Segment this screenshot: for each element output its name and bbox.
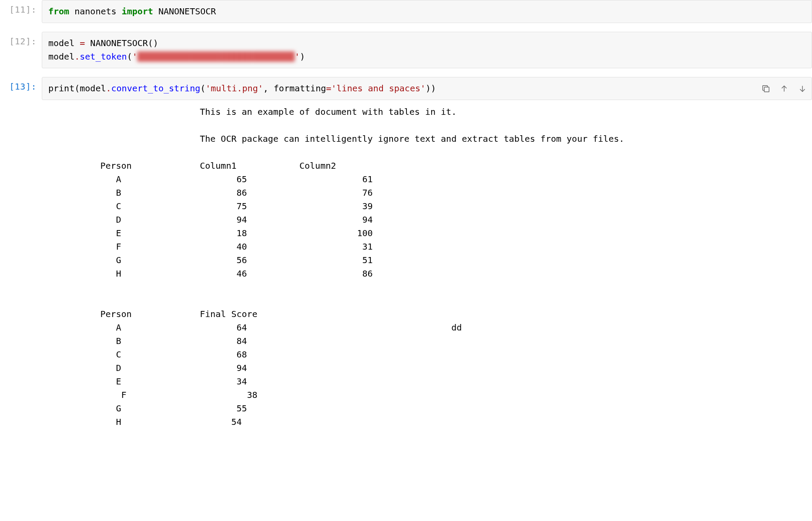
cell-11-input[interactable]: from nanonets import NANONETSOCR (42, 0, 812, 23)
cell-11-prompt: [11]: (0, 0, 42, 15)
class-name: NANONETSOCR (153, 6, 216, 17)
fn-print: print (48, 83, 74, 94)
operator-dot: . (106, 83, 111, 94)
code-line: model = NANONETSOCR() (48, 37, 805, 50)
method-name: set_token (80, 51, 127, 62)
module-name: nanonets (69, 6, 121, 17)
cell-13-output: This is an example of document with tabl… (42, 103, 812, 429)
cell-12: [12]: model = NANONETSOCR() model.set_to… (0, 32, 812, 68)
string-arg: 'lines and spaces' (331, 83, 426, 94)
cell-toolbar (761, 84, 807, 94)
var: model (48, 51, 74, 62)
operator-equals: = (326, 83, 331, 94)
operator-dot: . (74, 51, 80, 62)
copy-icon[interactable] (761, 84, 771, 94)
redacted-token: ██████████████████████████████ (138, 51, 295, 62)
paren: (model (74, 83, 106, 94)
cell-11: [11]: from nanonets import NANONETSOCR (0, 0, 812, 23)
paren-close: )) (426, 83, 436, 94)
cell-12-input[interactable]: model = NANONETSOCR() model.set_token('█… (42, 32, 812, 68)
code-line: from nanonets import NANONETSOCR (48, 5, 805, 18)
code-line: model.set_token('███████████████████████… (48, 50, 805, 63)
paren-open: ( (127, 51, 132, 62)
keyword-import: import (122, 6, 153, 17)
string-arg: 'multi.png' (205, 83, 263, 94)
method-name: convert_to_string (111, 83, 201, 94)
string-quote: ' (295, 51, 300, 62)
paren-open: ( (200, 83, 205, 94)
cell-13: [13]: print(model.convert_to_string('mul… (0, 77, 812, 100)
svg-rect-0 (764, 87, 769, 92)
cell-12-prompt: [12]: (0, 32, 42, 47)
cell-13-output-row: This is an example of document with tabl… (0, 103, 812, 429)
kwarg: , formatting (263, 83, 326, 94)
cell-13-input[interactable]: print(model.convert_to_string('multi.png… (42, 77, 812, 100)
call: NANONETSOCR() (85, 38, 158, 48)
notebook: [11]: from nanonets import NANONETSOCR [… (0, 0, 812, 429)
paren-close: ) (300, 51, 305, 62)
var: model (48, 38, 80, 48)
string-quote: ' (132, 51, 138, 62)
keyword-from: from (48, 6, 69, 17)
arrow-up-icon[interactable] (779, 84, 789, 94)
code-line: print(model.convert_to_string('multi.png… (48, 82, 805, 95)
cell-13-prompt: [13]: (0, 77, 42, 92)
operator-equals: = (80, 38, 85, 48)
arrow-down-icon[interactable] (798, 84, 807, 94)
